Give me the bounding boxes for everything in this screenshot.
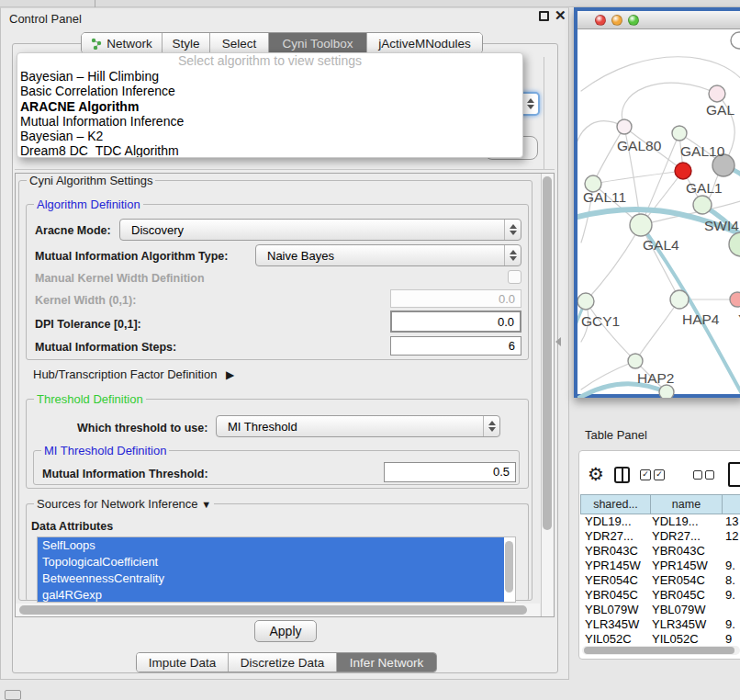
hub-definition-toggle[interactable]: Hub/Transcription Factor Definition ▶ — [33, 367, 234, 381]
table-row[interactable]: YBL079WYBL079W — [580, 603, 740, 617]
apply-button[interactable]: Apply — [254, 620, 317, 642]
cyni-bottom-tabbar: Impute DataDiscretize DataInfer Network — [136, 652, 437, 672]
dropdown-item-bayesian-k2[interactable]: Bayesian – K2 — [17, 129, 522, 143]
list-scrollbar-thumb[interactable] — [505, 541, 513, 593]
table-cell: YBR043C — [585, 544, 638, 558]
tab-cyni-toolbox[interactable]: Cyni Toolbox — [269, 33, 367, 53]
aracne-mode-combobox[interactable]: Discovery — [119, 219, 521, 241]
network-node[interactable] — [630, 214, 652, 236]
dropdown-item-aracne-algorithm[interactable]: ARACNE Algorithm — [17, 99, 522, 114]
attribute-item-gal4rgexp[interactable]: gal4RGexp — [38, 587, 504, 603]
bottom-tab-infer-network[interactable]: Infer Network — [337, 653, 436, 672]
column-header-name[interactable]: name — [650, 494, 722, 514]
tab-select[interactable]: Select — [210, 33, 269, 53]
minimized-panel-icon[interactable] — [5, 690, 21, 700]
list-scrollbar-track[interactable] — [505, 541, 513, 598]
table-row[interactable]: YLR345WYLR345W9. — [580, 617, 740, 632]
mac-zoom-icon[interactable] — [628, 15, 639, 26]
dropdown-prompt: Select algorithm to view settings — [17, 53, 522, 69]
network-node[interactable] — [693, 196, 712, 214]
network-node[interactable] — [730, 292, 740, 307]
gear-icon[interactable]: ⚙ — [588, 465, 604, 483]
table-row[interactable]: YBR043CYBR043C — [580, 544, 740, 559]
network-edge — [593, 171, 683, 184]
tab-label: jActiveMNodules — [378, 37, 471, 51]
network-canvas[interactable]: GALGAL80GAL10GAL11GAL1SWI4GAL4GCY1HAP4YH… — [577, 30, 740, 398]
deselect-all-checkbox-icon-2[interactable] — [705, 470, 714, 480]
network-node[interactable] — [672, 126, 687, 141]
close-icon[interactable]: ✕ — [555, 7, 566, 24]
manual-kernel-width-checkbox[interactable] — [508, 270, 521, 284]
document-icon[interactable] — [728, 462, 740, 487]
table-row[interactable]: YDR27...YDR27...12 — [580, 529, 740, 544]
network-node[interactable] — [670, 290, 689, 309]
group-title: Algorithm Definition — [34, 198, 143, 211]
dpi-tolerance-field[interactable]: 0.0 — [390, 310, 521, 333]
table-row[interactable]: YER054CYER054C8. — [580, 573, 740, 588]
dropdown-item-dream8-dc-tdc-algorithm[interactable]: Dream8 DC_TDC Algorithm — [17, 143, 522, 158]
deselect-all-checkbox-icon[interactable] — [693, 470, 702, 480]
mi-algorithm-type-combobox[interactable]: Naive Bayes — [255, 244, 521, 266]
mac-minimize-icon[interactable] — [611, 15, 622, 26]
columns-icon[interactable] — [614, 467, 630, 483]
mi-threshold-label: Mutual Information Threshold: — [42, 468, 208, 480]
bottom-tab-impute-data[interactable]: Impute Data — [137, 653, 229, 672]
bottom-tab-discretize-data[interactable]: Discretize Data — [229, 653, 337, 672]
kernel-width-field[interactable]: 0.0 — [390, 289, 521, 308]
network-node[interactable] — [709, 85, 725, 102]
network-node[interactable] — [628, 354, 643, 368]
mac-close-icon[interactable] — [595, 15, 606, 26]
table-row[interactable]: YDL19...YDL19...13 — [580, 514, 740, 529]
column-header-a[interactable]: A — [722, 494, 740, 514]
tab-network[interactable]: Network — [82, 33, 163, 53]
hub-definition-label: Hub/Transcription Factor Definition — [33, 367, 217, 381]
table-cell: YLR345W — [652, 617, 706, 631]
sources-group-title[interactable]: Sources for Network Inference ▼ — [34, 497, 214, 511]
columns-icon-divider — [622, 469, 623, 481]
dropdown-item-mutual-information-inference[interactable]: Mutual Information Inference — [17, 114, 522, 129]
network-edge — [635, 299, 679, 361]
network-node[interactable] — [729, 232, 740, 256]
network-node[interactable] — [577, 293, 594, 310]
panel-resize-handle[interactable] — [555, 337, 561, 346]
table-horizontal-scrollbar[interactable] — [582, 646, 740, 655]
table-cell: 13 — [725, 514, 738, 528]
network-node[interactable] — [675, 163, 691, 179]
network-node[interactable] — [659, 385, 674, 398]
network-node[interactable] — [617, 119, 632, 134]
node-label-gal10: GAL10 — [680, 143, 725, 159]
table-row[interactable]: YBR045CYBR045C9. — [580, 588, 740, 603]
combo-arrows-icon — [521, 94, 538, 114]
horizontal-scrollbar-thumb[interactable] — [19, 605, 527, 615]
dropdown-item-basic-correlation-inference[interactable]: Basic Correlation Inference — [17, 84, 522, 98]
table-body: YDL19...YDL19...13YDR27...YDR27...12YBR0… — [580, 514, 740, 643]
table-cell: YER054C — [652, 573, 705, 587]
mi-threshold-field[interactable]: 0.5 — [384, 462, 516, 482]
which-threshold-combobox[interactable]: MI Threshold — [216, 415, 500, 437]
app-toolbar-strip — [0, 0, 740, 7]
column-header-shared[interactable]: shared... — [580, 494, 650, 514]
table-cell: YIL052C — [585, 632, 632, 643]
vertical-scrollbar-thumb[interactable] — [543, 176, 552, 530]
tab-style[interactable]: Style — [163, 33, 210, 53]
tab-jactivemnodules[interactable]: jActiveMNodules — [367, 33, 482, 53]
manual-kernel-width-label: Manual Kernel Width Definition — [35, 272, 205, 285]
table-cell: YDL19... — [652, 514, 699, 528]
float-window-icon[interactable] — [539, 11, 549, 21]
select-all-checkbox-icon[interactable]: ✓ — [640, 469, 651, 480]
network-edge — [622, 83, 717, 127]
attribute-item-selfloops[interactable]: SelfLoops — [38, 537, 504, 554]
table-cell: YPR145W — [585, 559, 641, 572]
attribute-item-topologicalcoefficient[interactable]: TopologicalCoefficient — [38, 554, 504, 570]
kernel-width-label: Kernel Width (0,1): — [35, 294, 136, 307]
table-hscroll-thumb[interactable] — [584, 647, 734, 654]
dropdown-item-bayesian-hill-climbing[interactable]: Bayesian – Hill Climbing — [17, 69, 522, 84]
table-row[interactable]: YPR145WYPR145W9. — [580, 559, 740, 573]
table-row[interactable]: YIL052CYIL052C9 — [580, 632, 740, 643]
network-node[interactable] — [731, 32, 740, 49]
mi-steps-field[interactable]: 6 — [390, 336, 521, 356]
mi-algorithm-type-label: Mutual Information Algorithm Type: — [35, 250, 228, 263]
attribute-item-betweennesscentrality[interactable]: BetweennessCentrality — [38, 570, 504, 587]
network-window-titlebar[interactable] — [577, 11, 740, 29]
select-all-checkbox-icon-2[interactable]: ✓ — [654, 469, 665, 480]
